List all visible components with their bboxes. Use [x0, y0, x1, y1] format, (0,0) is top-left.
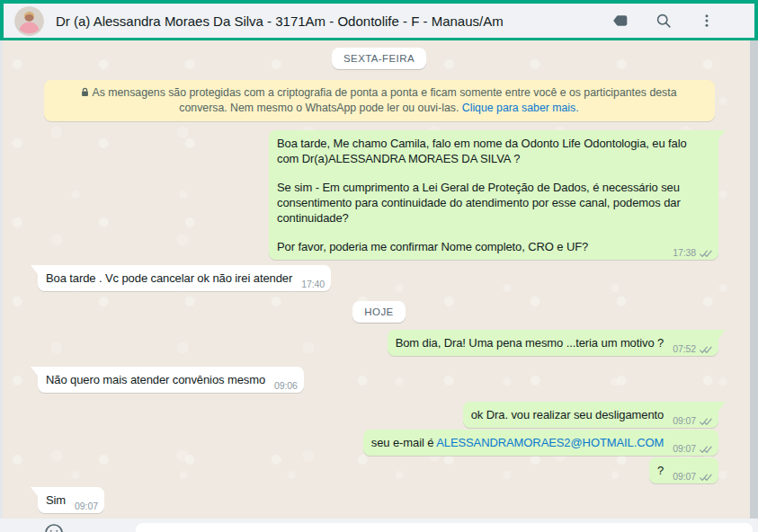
- header-frame: Dr (a) Alessandra Moraes Da Silva - 3171…: [0, 0, 758, 40]
- incoming-message[interactable]: 09:07Sim: [38, 487, 104, 513]
- double-check-icon: [699, 417, 712, 426]
- timestamp: 09:07: [673, 444, 696, 454]
- double-check-icon: [699, 249, 712, 258]
- contact-avatar[interactable]: [14, 6, 44, 36]
- encryption-learn-more-link[interactable]: Clique para saber mais.: [462, 102, 579, 114]
- encryption-banner[interactable]: As mensagens são protegidas com a cripto…: [44, 80, 715, 121]
- avatar-photo: [14, 6, 44, 36]
- message-meta: 09:07: [673, 416, 712, 426]
- message-meta: 09:07: [673, 444, 712, 454]
- outgoing-message[interactable]: 07:52Bom dia, Dra! Uma pena mesmo ...ter…: [388, 330, 718, 356]
- email-link[interactable]: ALESSANDRAMORAES2@HOTMAIL.COM: [436, 436, 664, 449]
- chat-header: Dr (a) Alessandra Moraes Da Silva - 3171…: [4, 4, 754, 38]
- outgoing-message[interactable]: Boa tarde, Me chamo Camila, falo em nome…: [269, 130, 718, 260]
- encryption-text: As mensagens são protegidas com a cripto…: [92, 86, 676, 114]
- message-text: 09:07ok Dra. vou realizar seu desligamen…: [471, 407, 710, 422]
- incoming-message[interactable]: 17:40Boa tarde . Vc pode cancelar ok não…: [38, 265, 331, 291]
- timestamp: 17:38: [673, 248, 696, 258]
- timestamp: 17:40: [301, 279, 325, 289]
- search-icon[interactable]: [654, 11, 673, 31]
- timestamp: 09:07: [75, 501, 98, 511]
- message-text: 09:06Não quero mais atender convênios me…: [46, 372, 296, 387]
- date-pill-friday: SEXTA-FEIRA: [332, 48, 426, 69]
- double-check-icon: [699, 345, 712, 354]
- chat-panel: SEXTA-FEIRA As mensagens são protegidas …: [0, 40, 758, 519]
- outgoing-message[interactable]: 09:07seu e-mail é ALESSANDRAMORAES2@HOTM…: [363, 430, 718, 456]
- message-text: 09:07Sim: [46, 492, 96, 508]
- lock-icon: [81, 86, 89, 101]
- date-pill-today: HOJE: [352, 301, 405, 323]
- timestamp: 07:52: [673, 344, 696, 354]
- kebab-menu-icon[interactable]: [697, 11, 717, 31]
- timestamp: 09:06: [274, 381, 298, 391]
- composer-bar: [0, 519, 758, 532]
- message-text: Se sim - Em cumprimento a Lei Geral de P…: [277, 180, 710, 226]
- message-text: 17:40Boa tarde . Vc pode cancelar ok não…: [46, 270, 323, 286]
- header-actions: [611, 11, 717, 31]
- message-text: 09:07seu e-mail é ALESSANDRAMORAES2@HOTM…: [371, 435, 710, 450]
- message-text: 09:07?: [657, 463, 710, 478]
- outgoing-message[interactable]: 09:07ok Dra. vou realizar seu desligamen…: [463, 402, 718, 428]
- message-input[interactable]: [136, 523, 753, 532]
- whatsapp-window: Dr (a) Alessandra Moraes Da Silva - 3171…: [0, 0, 758, 532]
- message-meta: 09:06: [274, 381, 298, 391]
- timestamp: 09:07: [673, 416, 696, 426]
- message-text: 07:52Bom dia, Dra! Uma pena mesmo ...ter…: [396, 335, 710, 350]
- timestamp: 09:07: [673, 472, 696, 482]
- contact-title[interactable]: Dr (a) Alessandra Moraes Da Silva - 3171…: [56, 13, 611, 29]
- message-text: Boa tarde, Me chamo Camila, falo em nome…: [277, 136, 710, 166]
- double-check-icon: [699, 445, 712, 454]
- chat-scrollbar[interactable]: [750, 40, 758, 519]
- message-meta: 17:38: [673, 248, 712, 258]
- message-meta: 17:40: [301, 279, 325, 289]
- incoming-message[interactable]: 09:06Não quero mais atender convênios me…: [38, 367, 304, 393]
- message-meta: 09:07: [75, 501, 98, 511]
- message-text: 17:38Por favor, poderia me confirmar Nom…: [277, 239, 710, 254]
- label-icon[interactable]: [611, 11, 630, 31]
- outgoing-message[interactable]: 09:07?: [649, 457, 718, 483]
- emoji-icon[interactable]: [43, 522, 65, 532]
- message-meta: 09:07: [673, 472, 712, 482]
- message-meta: 07:52: [673, 344, 712, 354]
- double-check-icon: [699, 473, 712, 482]
